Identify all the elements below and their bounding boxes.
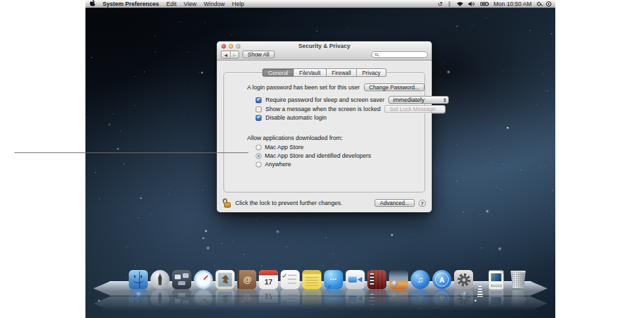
show-message-label: Show a message when the screen is locked (265, 106, 380, 112)
popup-arrows-icon (444, 98, 446, 102)
dock-calendar-icon[interactable]: 17 (259, 270, 278, 289)
sleep-delay-value: immediately (393, 97, 425, 103)
general-pane: A login password has been set for this u… (223, 72, 425, 193)
dock-iphoto-icon (389, 289, 408, 308)
forward-button[interactable]: ▶ (230, 51, 239, 58)
tab-privacy[interactable]: Privacy (357, 68, 386, 77)
dock-messages-icon: ••• (324, 289, 343, 308)
radio-option-2[interactable]: Anywhere (256, 161, 371, 168)
dock: @17•••♫APAGES @17•••♫APAGES (85, 258, 555, 318)
dock-pages-document-icon[interactable]: PAGES (487, 270, 506, 289)
spotlight-icon[interactable] (537, 2, 541, 6)
password-set-label: A login password has been set for this u… (247, 84, 360, 91)
search-icon (375, 53, 378, 57)
window-header: Security & Privacy ◀ ▶ Show All (217, 41, 432, 60)
dock-calendar-icon: 17 (259, 289, 278, 308)
lock-hint-label: Click the lock to prevent further change… (235, 200, 342, 206)
dock-mail-icon[interactable] (216, 270, 235, 289)
dock-app-store-icon: A (432, 289, 451, 308)
dock-photo-booth-icon[interactable] (367, 270, 386, 289)
require-password-checkbox[interactable]: ✓ (256, 97, 262, 103)
menu-extra-icon[interactable] (546, 1, 551, 7)
dock-mission-control-icon (172, 289, 191, 308)
menu-edit[interactable]: Edit (166, 1, 177, 7)
desktop: System Preferences EditViewWindowHelp ↺ … (85, 0, 555, 318)
minimize-button[interactable] (229, 44, 233, 49)
dock-trash-icon (509, 289, 528, 308)
dock-launchpad-icon[interactable] (150, 270, 170, 289)
dock-notes-icon[interactable] (302, 270, 321, 289)
advanced-button[interactable]: Advanced... (375, 199, 415, 207)
dock-separator (476, 270, 484, 289)
dock-photo-booth-icon (367, 289, 386, 308)
tab-firewall[interactable]: Firewall (327, 68, 357, 77)
dock-reminders-icon[interactable] (281, 270, 300, 289)
dock-reminders-icon (281, 289, 300, 308)
wifi-icon[interactable] (457, 0, 463, 8)
dock-contacts-icon: @ (237, 289, 256, 308)
allow-apps-label: Allow applications downloaded from: (247, 135, 343, 141)
menu-window[interactable]: Window (204, 1, 225, 7)
dock-finder-icon (129, 289, 148, 308)
lock-icon[interactable] (223, 198, 231, 208)
close-button[interactable] (221, 44, 226, 49)
time-machine-icon[interactable]: ↺ (438, 0, 443, 8)
dock-contacts-icon[interactable]: @ (237, 270, 256, 289)
menu-clock[interactable]: Mon 10:50 AM (494, 1, 532, 7)
dock-mail-icon (216, 289, 235, 308)
dock-iphoto-icon[interactable] (389, 270, 408, 289)
dock-trash-icon[interactable] (509, 270, 528, 289)
volume-icon[interactable] (469, 0, 475, 8)
radio-option-1[interactable]: Mac App Store and identified developers (256, 152, 371, 159)
gatekeeper-radio-group: Mac App StoreMac App Store and identifie… (256, 144, 371, 168)
dock-icon-row: @17•••♫APAGES (129, 270, 528, 289)
menu-view[interactable]: View (184, 1, 196, 7)
dock-itunes-icon: ♫ (411, 289, 430, 308)
dock-mission-control-icon[interactable] (172, 270, 191, 289)
battery-icon[interactable] (480, 2, 488, 6)
back-button[interactable]: ◀ (221, 51, 230, 58)
window-title: Security & Privacy (256, 43, 392, 49)
radio-label: Anywhere (265, 161, 291, 168)
disable-auto-login-label: Disable automatic login (265, 114, 327, 121)
dock-separator (476, 289, 484, 308)
security-privacy-window: Security & Privacy ◀ ▶ Show All GeneralF… (217, 41, 432, 212)
dock-system-preferences-icon (454, 289, 473, 308)
dock-system-preferences-icon[interactable] (454, 270, 473, 289)
nav-back-forward: ◀ ▶ (221, 51, 239, 58)
dock-app-store-icon[interactable]: A (432, 270, 451, 289)
show-message-checkbox[interactable] (256, 106, 262, 112)
dock-messages-icon[interactable]: ••• (324, 270, 343, 289)
tab-bar: GeneralFileVaultFirewallPrivacy (217, 68, 432, 77)
radio-button[interactable] (256, 162, 262, 168)
tab-filevault[interactable]: FileVault (294, 68, 326, 77)
radio-button[interactable] (256, 145, 262, 150)
sleep-delay-popup[interactable]: immediately (388, 96, 449, 104)
radio-button[interactable] (256, 153, 262, 159)
menu-app-name[interactable]: System Preferences (103, 1, 159, 7)
dock-safari-icon[interactable] (194, 270, 213, 289)
dock-pages-document-icon: PAGES (487, 289, 506, 308)
dock-icon-reflections: @17•••♫APAGES (129, 289, 528, 308)
help-button[interactable]: ? (419, 200, 426, 207)
window-footer: Click the lock to prevent further change… (223, 198, 426, 208)
show-all-button[interactable]: Show All (242, 51, 275, 58)
search-field[interactable] (371, 51, 428, 58)
radio-label: Mac App Store (265, 144, 304, 150)
tab-general[interactable]: General (262, 68, 294, 77)
dock-finder-icon[interactable] (129, 270, 148, 289)
dock-itunes-icon[interactable]: ♫ (411, 270, 430, 289)
dock-facetime-icon (346, 289, 365, 308)
menu-help[interactable]: Help (232, 1, 244, 7)
disable-auto-login-checkbox[interactable]: ✓ (256, 115, 262, 121)
radio-option-0[interactable]: Mac App Store (256, 144, 371, 150)
dock-notes-icon (302, 289, 321, 308)
callout-line (14, 152, 248, 153)
menu-bar: System Preferences EditViewWindowHelp ↺ … (85, 0, 555, 8)
require-password-label: Require password for sleep and screen sa… (265, 97, 384, 103)
change-password-button[interactable]: Change Password... (364, 83, 425, 91)
apple-menu-icon[interactable] (89, 0, 95, 8)
dock-facetime-icon[interactable] (346, 270, 365, 289)
bluetooth-icon[interactable]: ᛒ (448, 0, 451, 8)
radio-label: Mac App Store and identified developers (265, 152, 371, 159)
